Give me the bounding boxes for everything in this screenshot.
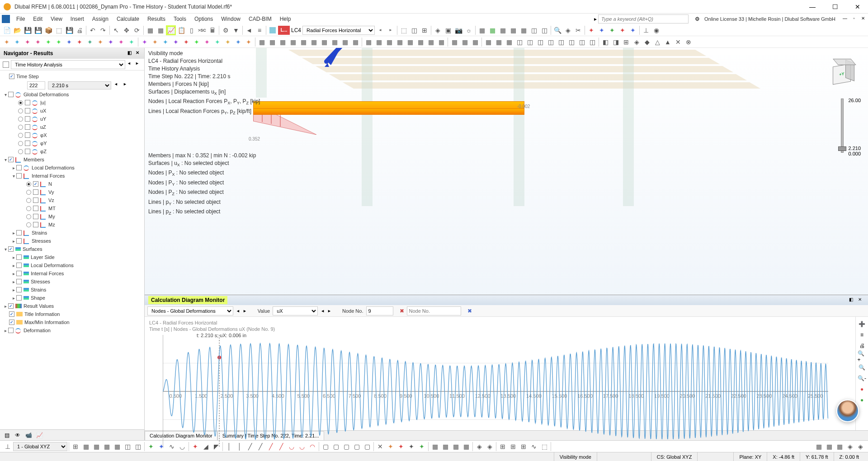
nav-tab-3[interactable]: 📹 <box>24 431 33 440</box>
tb-script[interactable]: >SC <box>197 25 207 35</box>
tb2-g27[interactable]: ◫ <box>535 37 545 47</box>
mdi-minimize[interactable]: — <box>842 16 848 22</box>
tb2-g9[interactable]: ▦ <box>340 37 350 47</box>
tb-report[interactable]: 📋 <box>176 25 186 35</box>
radio-mz[interactable] <box>26 222 31 227</box>
tb2-g26[interactable]: ◫ <box>525 37 535 47</box>
menu-help[interactable]: Help <box>276 15 295 23</box>
radio-u[interactable] <box>18 100 23 105</box>
st-b7[interactable]: ◫ <box>133 442 143 452</box>
tb2-1[interactable]: ✦ <box>2 37 12 47</box>
st-b2[interactable]: ▦ <box>81 442 91 452</box>
tb2-21[interactable]: ✦ <box>212 37 222 47</box>
radio-phix[interactable] <box>18 133 23 138</box>
radio-vz[interactable] <box>26 198 31 203</box>
timestep-prev[interactable]: ◄ <box>114 82 120 89</box>
nav-tab-4[interactable]: 📈 <box>34 431 44 440</box>
tb2-g8[interactable]: ▦ <box>330 37 340 47</box>
tb2-g22[interactable]: ▦ <box>483 37 493 47</box>
menu-window[interactable]: Window <box>217 15 244 23</box>
tb2-18[interactable]: ✦ <box>181 37 191 47</box>
tb-iso-cube[interactable]: ◈ <box>563 25 573 35</box>
tb2-23[interactable]: ✦ <box>233 37 243 47</box>
tb-cs[interactable]: ⊥ <box>641 25 651 35</box>
st-e2[interactable]: ✦ <box>386 442 396 452</box>
expand-intforces[interactable]: ▾ <box>11 174 16 179</box>
st-b5[interactable]: ▦ <box>112 442 122 452</box>
tb-persp[interactable]: ▣ <box>443 25 453 35</box>
st-d1[interactable]: ▢ <box>321 442 330 452</box>
tb-table-2[interactable]: ▦ <box>156 25 165 35</box>
tb2-g35[interactable]: ⊞ <box>621 37 631 47</box>
tb2-g39[interactable]: ▲ <box>663 37 673 47</box>
tb-package[interactable]: 📦 <box>43 25 53 35</box>
tb2-g14[interactable]: ▦ <box>395 37 405 47</box>
tb-axis-1[interactable]: ✦ <box>586 25 596 35</box>
tb-iso[interactable]: ◈ <box>433 25 443 35</box>
tb2-g16[interactable]: ▦ <box>415 37 425 47</box>
st-e1[interactable]: ✕ <box>375 442 385 452</box>
tb2-12[interactable]: ✦ <box>116 37 126 47</box>
tb-zoom[interactable]: 🔍 <box>552 25 562 35</box>
st-c6[interactable]: ╱ <box>276 442 286 452</box>
tb-view-1[interactable]: ⬚ <box>399 25 409 35</box>
radio-phiz[interactable] <box>18 149 23 154</box>
tb-print[interactable]: 🖨 <box>75 25 85 35</box>
calc-prev-btn[interactable]: ◄ <box>236 309 240 313</box>
st-c4[interactable]: ╱ <box>255 442 265 452</box>
navigator-combo[interactable]: Time History Analysis <box>11 60 125 69</box>
tb-sun[interactable]: ☼ <box>464 25 474 35</box>
tb-new[interactable]: 📄 <box>2 25 12 35</box>
tb2-g20[interactable]: ▦ <box>460 37 470 47</box>
st-f2[interactable]: ▦ <box>440 442 450 452</box>
st-c9[interactable]: ◠ <box>307 442 317 452</box>
tb-move[interactable]: ✥ <box>122 25 132 35</box>
st-f4[interactable]: ▦ <box>461 442 471 452</box>
st-b13[interactable]: ◢ <box>201 442 211 452</box>
tb-axis-5[interactable]: ✦ <box>628 25 638 35</box>
tb2-13[interactable]: ✦ <box>127 37 137 47</box>
assistant-avatar[interactable] <box>836 400 859 422</box>
st-b9[interactable]: ✦ <box>156 442 166 452</box>
members-check[interactable] <box>8 157 14 162</box>
calc-type-combo[interactable]: Nodes - Global Deformations <box>147 306 233 315</box>
st-b1[interactable]: ⊞ <box>71 442 80 452</box>
timestep-no-input[interactable] <box>27 81 45 89</box>
tb2-8[interactable]: ✦ <box>75 37 85 47</box>
radio-phiy[interactable] <box>18 141 23 146</box>
nav-pin-button[interactable]: ◧ <box>126 50 132 56</box>
side-add[interactable]: ➕ <box>858 320 867 329</box>
side-zoom-fit[interactable]: 🔍 <box>858 363 867 372</box>
calc-value-combo[interactable]: uX <box>273 306 318 315</box>
expand-members[interactable]: ▾ <box>3 157 8 162</box>
calc-next-btn[interactable]: ► <box>243 309 247 313</box>
tb2-19[interactable]: ✦ <box>192 37 202 47</box>
st-h2[interactable]: ⊞ <box>508 442 518 452</box>
st-h5[interactable]: ⬚ <box>539 442 549 452</box>
tb2-g6[interactable]: ▦ <box>309 37 319 47</box>
side-zoom-in[interactable]: 🔍+ <box>858 352 867 361</box>
st-f3[interactable]: ▦ <box>451 442 461 452</box>
tb2-14[interactable]: ✦ <box>140 37 150 47</box>
st-h3[interactable]: ⊞ <box>519 442 528 452</box>
tb-lc-color[interactable] <box>268 25 278 35</box>
nav-close-button[interactable]: ✕ <box>134 50 141 56</box>
tb-axis-3[interactable]: ✦ <box>607 25 617 35</box>
tb2-g21[interactable]: ▦ <box>470 37 480 47</box>
calc-close[interactable]: ✕ <box>858 297 864 303</box>
st-end1[interactable]: ▦ <box>814 442 824 452</box>
tb-lc-list[interactable]: ≡ <box>255 25 264 35</box>
tb-filter[interactable]: ▼ <box>231 25 241 35</box>
tb-lc-nav-next[interactable]: ► <box>386 25 396 35</box>
surfaces-check[interactable] <box>8 246 14 252</box>
radio-vy[interactable] <box>26 190 31 195</box>
tb-open[interactable]: 📂 <box>12 25 22 35</box>
tb2-6[interactable]: ✦ <box>54 37 64 47</box>
side-zoom-out[interactable]: 🔍- <box>858 374 867 383</box>
st-f1[interactable]: ▦ <box>430 442 440 452</box>
st-end2[interactable]: ▦ <box>824 442 834 452</box>
tb2-g41[interactable]: ⊗ <box>684 37 693 47</box>
tb2-g24[interactable]: ▦ <box>504 37 514 47</box>
menu-file[interactable]: File <box>13 15 28 23</box>
tb-calc[interactable]: 🖩 <box>208 25 217 35</box>
